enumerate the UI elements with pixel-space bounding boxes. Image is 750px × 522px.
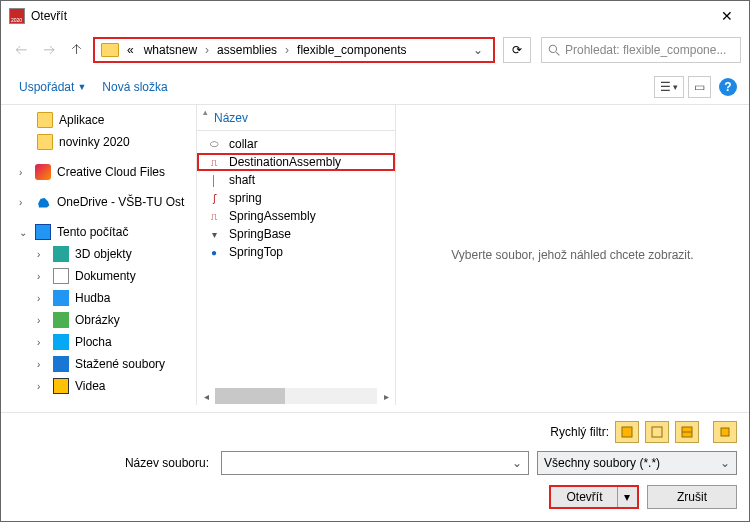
preview-pane-button[interactable]: ▭ xyxy=(688,76,711,98)
refresh-button[interactable]: ⟳ xyxy=(503,37,531,63)
tree-item[interactable]: Aplikace xyxy=(15,109,196,131)
app-icon xyxy=(9,8,25,24)
svg-rect-2 xyxy=(622,427,632,437)
svg-rect-3 xyxy=(652,427,662,437)
tree-item[interactable]: ›Creative Cloud Files xyxy=(15,161,196,183)
chevron-down-icon: ⌄ xyxy=(512,456,522,470)
tree-item[interactable]: ⌄Tento počítač xyxy=(15,221,196,243)
tree-item[interactable]: ›Obrázky xyxy=(15,309,196,331)
pictures-icon xyxy=(53,312,69,328)
filter-assembly-button[interactable] xyxy=(615,421,639,443)
file-item[interactable]: ●SpringTop xyxy=(197,243,395,261)
onedrive-icon xyxy=(35,194,51,210)
scroll-left-icon: ◂ xyxy=(197,391,215,402)
breadcrumb-item[interactable]: flexible_components xyxy=(293,41,410,59)
pc-icon xyxy=(35,224,51,240)
chevron-down-icon: ▼ xyxy=(77,82,86,92)
folder-icon xyxy=(37,134,53,150)
file-item[interactable]: ⎍SpringAssembly xyxy=(197,207,395,225)
chevron-down-icon: ▾ xyxy=(618,490,636,504)
chevron-down-icon: ⌄ xyxy=(19,227,29,238)
file-item-highlighted[interactable]: ⎍DestinationAssembly xyxy=(197,153,395,171)
scroll-thumb[interactable] xyxy=(215,388,285,404)
filter-custom-button[interactable] xyxy=(713,421,737,443)
file-item[interactable]: ⬭collar xyxy=(197,135,395,153)
preview-pane: Vyberte soubor, jehož náhled chcete zobr… xyxy=(396,105,749,405)
filename-label: Název souboru: xyxy=(13,456,213,470)
cancel-button[interactable]: Zrušit xyxy=(647,485,737,509)
file-item[interactable]: ▾SpringBase xyxy=(197,225,395,243)
horizontal-scrollbar[interactable]: ◂ ▸ xyxy=(197,387,395,405)
close-icon[interactable]: ✕ xyxy=(713,4,741,28)
folder-icon xyxy=(37,112,53,128)
svg-line-1 xyxy=(556,52,559,55)
svg-rect-6 xyxy=(721,428,729,436)
tree-item[interactable]: ›OneDrive - VŠB-TU Ost xyxy=(15,191,196,213)
tree-item[interactable]: ›3D objekty xyxy=(15,243,196,265)
part-icon: ʃ xyxy=(207,191,221,205)
chevron-right-icon: › xyxy=(19,197,29,208)
document-icon xyxy=(53,268,69,284)
filename-input[interactable]: ⌄ xyxy=(221,451,529,475)
sort-asc-icon: ▴ xyxy=(203,107,208,117)
up-button[interactable]: 🡡 xyxy=(65,39,89,61)
part-icon: │ xyxy=(207,173,221,187)
file-item[interactable]: │shaft xyxy=(197,171,395,189)
filetype-select[interactable]: Všechny soubory (*.*)⌄ xyxy=(537,451,737,475)
chevron-right-icon: › xyxy=(203,43,211,57)
folder-tree[interactable]: Aplikace novinky 2020 ›Creative Cloud Fi… xyxy=(1,105,196,405)
chevron-right-icon: › xyxy=(283,43,291,57)
tree-item[interactable]: ›Plocha xyxy=(15,331,196,353)
part-icon: ▾ xyxy=(207,227,221,241)
filter-drawing-button[interactable] xyxy=(675,421,699,443)
filter-part-button[interactable] xyxy=(645,421,669,443)
downloads-icon xyxy=(53,356,69,372)
tree-item[interactable]: ›Hudba xyxy=(15,287,196,309)
videos-icon xyxy=(53,378,69,394)
search-input[interactable]: Prohledat: flexible_compone... xyxy=(541,37,741,63)
creative-cloud-icon xyxy=(35,164,51,180)
music-icon xyxy=(53,290,69,306)
part-icon: ● xyxy=(207,245,221,259)
tree-item[interactable]: ›Dokumenty xyxy=(15,265,196,287)
scroll-right-icon: ▸ xyxy=(377,391,395,402)
breadcrumb[interactable]: « whatsnew › assemblies › flexible_compo… xyxy=(93,37,495,63)
new-folder-button[interactable]: Nová složka xyxy=(96,76,173,98)
tree-item[interactable]: ›Videa xyxy=(15,375,196,397)
cube-icon xyxy=(53,246,69,262)
back-button[interactable]: 🡠 xyxy=(9,39,33,61)
column-header-name[interactable]: ▴ Název xyxy=(197,105,395,131)
tree-item[interactable]: ›Stažené soubory xyxy=(15,353,196,375)
quick-filter-label: Rychlý filtr: xyxy=(550,425,609,439)
search-icon xyxy=(548,44,561,57)
window-title: Otevřít xyxy=(31,9,713,23)
tree-item[interactable]: novinky 2020 xyxy=(15,131,196,153)
chevron-down-icon: ⌄ xyxy=(720,456,730,470)
assembly-icon: ⎍ xyxy=(207,155,221,169)
forward-button: 🡢 xyxy=(37,39,61,61)
chevron-down-icon[interactable]: ⌄ xyxy=(467,43,489,57)
chevron-right-icon: › xyxy=(19,167,29,178)
desktop-icon xyxy=(53,334,69,350)
assembly-icon: ⎍ xyxy=(207,209,221,223)
breadcrumb-item[interactable]: whatsnew xyxy=(140,41,201,59)
svg-point-0 xyxy=(549,45,556,52)
organize-button[interactable]: Uspořádat▼ xyxy=(13,76,92,98)
file-item[interactable]: ʃspring xyxy=(197,189,395,207)
folder-icon xyxy=(101,43,119,57)
view-list-button[interactable]: ☰▾ xyxy=(654,76,684,98)
help-button[interactable]: ? xyxy=(719,78,737,96)
breadcrumb-item[interactable]: assemblies xyxy=(213,41,281,59)
open-button[interactable]: Otevřít▾ xyxy=(549,485,639,509)
part-icon: ⬭ xyxy=(207,137,221,151)
file-list[interactable]: ⬭collar ⎍DestinationAssembly │shaft ʃspr… xyxy=(197,131,395,387)
